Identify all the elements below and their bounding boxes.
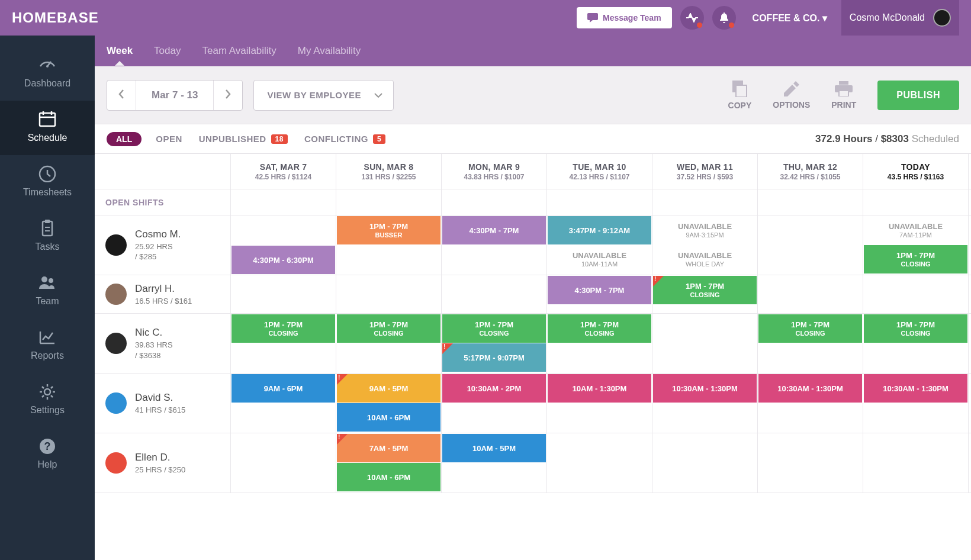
sidebar-item-team[interactable]: Team: [0, 264, 95, 318]
shift-block[interactable]: 4:30PM - 7PM: [442, 216, 546, 244]
chevron-down-icon: [374, 93, 382, 98]
message-team-button[interactable]: Message Team: [577, 7, 672, 28]
shift-block[interactable]: 10AM - 6PM: [337, 403, 441, 432]
notifications-button[interactable]: [712, 6, 736, 30]
day-cell[interactable]: 10AM - 5PM: [442, 433, 547, 493]
sidebar-item-tasks[interactable]: Tasks: [0, 210, 95, 264]
shift-block[interactable]: 1PM - 7PMCLOSING: [442, 314, 546, 343]
day-cell[interactable]: UNAVAILABLE9AM-3:15PMUNAVAILABLEWHOLE DA…: [652, 215, 758, 275]
day-cell[interactable]: [758, 275, 863, 313]
tab-my-availability[interactable]: My Availability: [298, 45, 361, 57]
day-cell[interactable]: [231, 275, 336, 313]
day-cell[interactable]: [547, 433, 652, 493]
day-cell[interactable]: 1PM - 7PMBUSSER: [336, 215, 442, 275]
day-cell[interactable]: [652, 433, 758, 493]
header-row: SAT, MAR 742.5 HRS / $1124SUN, MAR 8131 …: [95, 154, 971, 189]
shift-block[interactable]: 1PM - 7PMCLOSING: [232, 314, 335, 343]
day-cell[interactable]: 1PM - 7PMCLOSING: [652, 275, 758, 313]
shift-block[interactable]: 5:17PM - 9:07PM: [442, 343, 546, 372]
next-week-button[interactable]: [214, 81, 242, 110]
day-cell[interactable]: [758, 215, 863, 275]
shift-block[interactable]: 1PM - 7PMCLOSING: [653, 276, 757, 304]
shift-block[interactable]: 10:30AM - 1:30PM: [653, 374, 757, 403]
shift-block[interactable]: 9AM - 6PM: [232, 374, 335, 403]
shift-block[interactable]: 7AM - 5PM: [337, 434, 441, 462]
day-cell[interactable]: 4:30PM - 6:30PM: [231, 215, 336, 275]
day-cell[interactable]: [758, 433, 863, 493]
filter-unpublished[interactable]: UNPUBLISHED 18: [199, 134, 288, 144]
day-cell[interactable]: 1PM - 7PMCLOSING: [231, 314, 336, 373]
day-cell[interactable]: [652, 314, 758, 373]
shift-block[interactable]: 10:30AM - 2PM: [442, 374, 546, 403]
employee-name: Darryl H.: [135, 282, 192, 296]
sidebar-item-dashboard[interactable]: Dashboard: [0, 46, 95, 101]
shift-block[interactable]: 1PM - 7PMCLOSING: [864, 245, 967, 273]
sidebar-item-timesheets[interactable]: Timesheets: [0, 155, 95, 210]
prev-week-button[interactable]: [107, 81, 136, 110]
day-cell[interactable]: 9AM - 6PM: [231, 374, 336, 433]
day-cell[interactable]: 1PM - 7PMCLOSING5:17PM - 9:07PM: [442, 314, 547, 373]
shift-block[interactable]: 1PM - 7PMCLOSING: [758, 314, 862, 343]
day-cell[interactable]: 10:30AM - 2PM: [442, 374, 547, 433]
day-cell[interactable]: 1PM - 7PMCLOSING: [758, 314, 863, 373]
employee-name: David S.: [135, 391, 185, 405]
day-cell[interactable]: 4:30PM - 7PM: [442, 215, 547, 275]
filter-all[interactable]: ALL: [107, 132, 142, 146]
day-cell[interactable]: [863, 275, 969, 313]
shift-block[interactable]: 9AM - 5PM: [337, 374, 441, 403]
avatar: [105, 284, 127, 305]
day-cell[interactable]: 10AM - 1:30PM: [547, 374, 652, 433]
schedule-icon: [38, 110, 57, 128]
day-cell[interactable]: 10:30AM - 1:30PM: [652, 374, 758, 433]
svg-rect-7: [43, 221, 52, 236]
print-button[interactable]: PRINT: [831, 81, 856, 110]
filter-conflicting[interactable]: CONFLICTING 5: [304, 134, 385, 144]
employee-row: Cosmo M.25.92 HRS/ $2854:30PM - 6:30PM1P…: [95, 215, 971, 275]
copy-button[interactable]: COPY: [728, 81, 752, 110]
shift-block[interactable]: 10:30AM - 1:30PM: [758, 374, 862, 403]
day-cell[interactable]: 3:47PM - 9:12AMUNAVAILABLE10AM-11AM: [547, 215, 652, 275]
day-cell[interactable]: 10:30AM - 1:30PM: [863, 374, 969, 433]
filter-open[interactable]: OPEN: [156, 134, 182, 144]
shift-block[interactable]: 10AM - 6PM: [337, 463, 441, 491]
activity-button[interactable]: [680, 6, 704, 30]
day-cell[interactable]: [231, 433, 336, 493]
day-cell[interactable]: 4:30PM - 7PM: [547, 275, 652, 313]
sidebar-item-settings[interactable]: Settings: [0, 373, 95, 427]
day-cell[interactable]: 1PM - 7PMCLOSING: [547, 314, 652, 373]
day-cell[interactable]: 7AM - 5PM10AM - 6PM: [336, 433, 442, 493]
view-selector[interactable]: VIEW BY EMPLOYEE: [253, 80, 394, 111]
shift-block[interactable]: 3:47PM - 9:12AM: [548, 216, 651, 244]
tab-week[interactable]: Week: [107, 45, 133, 57]
day-cell[interactable]: [863, 433, 969, 493]
employee-cell: Cosmo M.25.92 HRS/ $285: [95, 215, 231, 275]
day-cell[interactable]: 10:30AM - 1:30PM: [758, 374, 863, 433]
shift-block[interactable]: 10AM - 1:30PM: [548, 374, 651, 403]
day-cell[interactable]: [336, 275, 442, 313]
location-selector[interactable]: COFFEE & CO. ▾: [753, 12, 827, 24]
employee-cell: Ellen D.25 HRS / $250: [95, 433, 231, 493]
day-cell[interactable]: 9AM - 5PM10AM - 6PM: [336, 374, 442, 433]
shift-block[interactable]: 1PM - 7PMCLOSING: [864, 314, 967, 343]
user-menu[interactable]: Cosmo McDonald: [841, 0, 959, 36]
shift-block[interactable]: 4:30PM - 6:30PM: [232, 246, 335, 274]
shift-block[interactable]: 10:30AM - 1:30PM: [864, 374, 967, 403]
shift-block[interactable]: 1PM - 7PMCLOSING: [337, 314, 441, 343]
svg-point-12: [49, 278, 53, 283]
sidebar-item-help[interactable]: ?Help: [0, 427, 95, 482]
shift-block[interactable]: 4:30PM - 7PM: [548, 276, 651, 304]
options-button[interactable]: OPTIONS: [773, 81, 810, 110]
day-cell[interactable]: UNAVAILABLE7AM-11PM1PM - 7PMCLOSING: [863, 215, 969, 275]
tab-team-availability[interactable]: Team Availability: [202, 45, 276, 57]
sidebar-item-schedule[interactable]: Schedule: [0, 101, 95, 155]
publish-button[interactable]: PUBLISH: [877, 81, 959, 110]
day-cell[interactable]: 1PM - 7PMCLOSING: [336, 314, 442, 373]
date-range[interactable]: Mar 7 - 13: [136, 81, 214, 110]
day-cell[interactable]: [442, 275, 547, 313]
shift-block[interactable]: 10AM - 5PM: [442, 434, 546, 462]
shift-block[interactable]: 1PM - 7PMCLOSING: [548, 314, 651, 343]
tab-today[interactable]: Today: [154, 45, 181, 57]
sidebar-item-reports[interactable]: Reports: [0, 318, 95, 373]
shift-block[interactable]: 1PM - 7PMBUSSER: [337, 216, 441, 244]
day-cell[interactable]: 1PM - 7PMCLOSING: [863, 314, 969, 373]
